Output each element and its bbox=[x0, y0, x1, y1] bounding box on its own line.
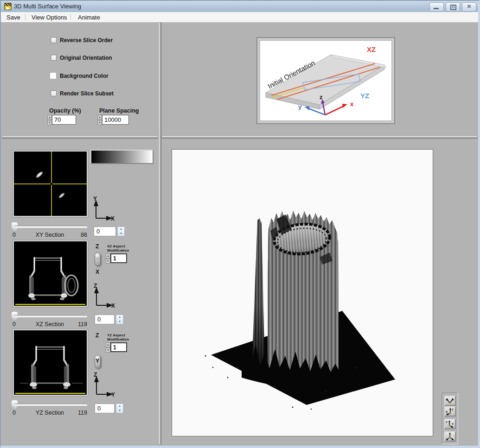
xz-section-preview bbox=[13, 240, 88, 307]
window-title: 3D Multi Surface Viewing bbox=[14, 3, 81, 10]
spinner-arrows-icon[interactable]: ▲▼ bbox=[47, 115, 52, 125]
maximize-button[interactable] bbox=[446, 2, 460, 12]
client-area: Reverse Slice Order Original Orientation… bbox=[1, 22, 478, 446]
spinner-arrows-icon[interactable]: ▲▼ bbox=[106, 342, 110, 352]
yz-aspect-spinner[interactable]: ▲▼ 1 bbox=[106, 342, 127, 352]
opacity-value[interactable]: 70 bbox=[52, 115, 76, 125]
xz-toggle-top-label: Z bbox=[96, 243, 99, 250]
surface-render-image bbox=[172, 150, 433, 436]
x-axis-label: x bbox=[350, 101, 354, 107]
spinner-arrows-icon[interactable]: ▲▼ bbox=[97, 115, 102, 125]
menu-separator bbox=[70, 14, 71, 20]
checkbox-label: Background Color bbox=[60, 73, 109, 79]
title-bar[interactable]: 3D Multi Surface Viewing ✕ bbox=[1, 1, 478, 13]
xy-slider-scale: 0 XY Section 86 bbox=[13, 232, 87, 238]
xy-crosshair-image bbox=[14, 151, 87, 216]
xz-index-spinner[interactable]: 0 ▲▼ bbox=[95, 315, 123, 324]
menu-view-options[interactable]: View Options bbox=[30, 13, 69, 21]
xy-view-icon: X Y bbox=[446, 397, 454, 404]
spinner-arrows-icon[interactable]: ▲▼ bbox=[117, 227, 125, 236]
close-button[interactable]: ✕ bbox=[462, 2, 476, 12]
menu-separator bbox=[25, 14, 26, 20]
close-icon: ✕ bbox=[462, 3, 476, 10]
background-color-swatch[interactable] bbox=[50, 72, 57, 79]
z-axis-label: z bbox=[320, 94, 323, 101]
xz-view-button[interactable]: X Z bbox=[444, 406, 456, 416]
xz-mug-side-image bbox=[14, 241, 87, 306]
view-3d-button[interactable] bbox=[444, 431, 456, 442]
render-slice-subset-checkbox[interactable] bbox=[51, 90, 57, 96]
svg-text:Y: Y bbox=[452, 398, 454, 401]
xy-section-preview bbox=[13, 150, 88, 217]
minimize-icon bbox=[434, 8, 439, 9]
yz-aspect-label: YZ Aspect Modification bbox=[107, 333, 129, 341]
menu-animate[interactable]: Animate bbox=[76, 13, 102, 21]
axis-vertical-label: Z bbox=[94, 283, 97, 289]
plane-spacing-label: Plane Spacing bbox=[99, 107, 139, 114]
yz-index-spinner[interactable]: 0 ▲▼ bbox=[95, 404, 123, 413]
plane-spacing-spinner[interactable]: ▲▼ 10000 bbox=[97, 115, 129, 125]
svg-text:Y: Y bbox=[452, 423, 454, 425]
opacity-spinner[interactable]: ▲▼ 70 bbox=[47, 115, 76, 125]
xy-view-button[interactable]: X Y bbox=[444, 396, 456, 406]
minimize-button[interactable] bbox=[429, 2, 444, 12]
svg-text:X: X bbox=[446, 410, 448, 413]
initial-orientation-diagram: Initial Orientation XZ YZ z y x bbox=[260, 40, 392, 121]
xz-aspect-label: XZ Aspect Modification bbox=[107, 244, 129, 252]
svg-text:Z: Z bbox=[452, 408, 454, 411]
zy-view-icon: Z Y bbox=[446, 420, 454, 428]
yz-axes-icon: Z Y bbox=[91, 371, 116, 399]
render-3d-view[interactable] bbox=[172, 149, 433, 436]
plane-spacing-value[interactable]: 10000 bbox=[102, 115, 129, 125]
menu-save[interactable]: Save bbox=[5, 13, 22, 21]
spinner-arrows-icon[interactable]: ▲▼ bbox=[116, 315, 123, 324]
xz-section-label: XZ Section bbox=[13, 321, 87, 328]
svg-text:X: X bbox=[446, 398, 448, 401]
vertical-divider bbox=[158, 22, 161, 445]
aspect-label-line1: XZ Aspect bbox=[107, 244, 129, 248]
spinner-arrows-icon[interactable]: ▲▼ bbox=[106, 253, 110, 263]
yz-section-preview bbox=[13, 329, 88, 396]
aspect-label-line2: Modification bbox=[107, 248, 129, 252]
xy-index-spinner[interactable]: 0 ▲▼ bbox=[94, 227, 125, 236]
yz-section-label: YZ Section bbox=[13, 410, 87, 416]
yz-plane-label: YZ bbox=[360, 92, 369, 100]
xz-slider-track[interactable] bbox=[15, 315, 87, 317]
options-panel: Reverse Slice Order Original Orientation… bbox=[1, 22, 158, 135]
yz-slider-track[interactable] bbox=[15, 404, 87, 406]
checkbox-label: Original Orientation bbox=[60, 55, 112, 61]
axis-horizontal-label: X bbox=[111, 303, 115, 309]
checkbox-label: Render Slice Subset bbox=[60, 90, 114, 97]
horizontal-divider-left bbox=[2, 135, 158, 139]
colormap-gradient-bar bbox=[90, 150, 154, 164]
xz-aspect-spinner[interactable]: ▲▼ 1 bbox=[106, 253, 127, 263]
yz-aspect-value[interactable]: 1 bbox=[110, 342, 127, 352]
xz-toggle-bottom-label: X bbox=[96, 269, 99, 275]
xz-aspect-value[interactable]: 1 bbox=[110, 253, 127, 263]
horizontal-divider-right bbox=[161, 135, 478, 139]
yz-toggle-top-label: Z bbox=[96, 332, 99, 339]
reverse-slice-order-checkbox[interactable] bbox=[51, 37, 57, 43]
yz-toggle-bottom-label: Y bbox=[96, 358, 99, 364]
orientation-frame: Initial Orientation XZ YZ z y x bbox=[256, 37, 395, 124]
maximize-icon bbox=[450, 5, 456, 10]
xz-aspect-toggle[interactable] bbox=[95, 252, 101, 266]
xy-slider-track[interactable] bbox=[15, 226, 87, 228]
view-buttons-panel: X Y X Z Z Y bbox=[442, 392, 458, 444]
xz-plane-label: XZ bbox=[367, 45, 376, 53]
xy-section-label: XY Section bbox=[13, 232, 87, 238]
opacity-label: Opacity (%) bbox=[49, 107, 81, 114]
xz-index-value[interactable]: 0 bbox=[95, 315, 115, 324]
xy-index-value[interactable]: 0 bbox=[94, 227, 116, 236]
axis-horizontal-label: Y bbox=[111, 391, 115, 398]
yz-slider-scale: 0 YZ Section 119 bbox=[13, 410, 87, 416]
app-window: 3D Multi Surface Viewing ✕ Save View Opt… bbox=[0, 0, 480, 448]
checkbox-label: Reverse Slice Order bbox=[60, 37, 113, 44]
aspect-label-line1: YZ Aspect bbox=[107, 333, 129, 337]
original-orientation-checkbox[interactable] bbox=[51, 55, 57, 61]
spinner-arrows-icon[interactable]: ▲▼ bbox=[116, 404, 123, 413]
yz-index-value[interactable]: 0 bbox=[95, 404, 115, 413]
zy-view-button[interactable]: Z Y bbox=[444, 419, 456, 429]
svg-text:Z: Z bbox=[446, 421, 448, 423]
axis-vertical-label: Y bbox=[93, 196, 97, 202]
